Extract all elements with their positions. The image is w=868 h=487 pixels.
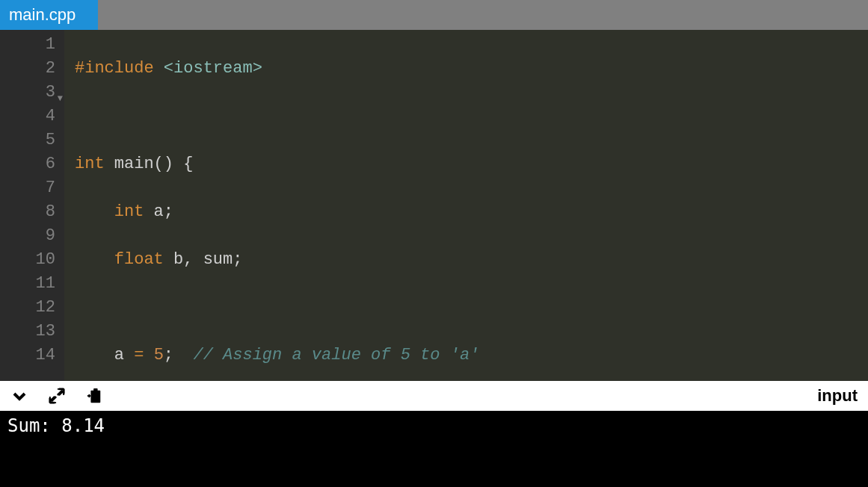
line-number: 5 xyxy=(15,128,55,152)
line-number: 3▼ xyxy=(15,81,55,105)
line-number: 14 xyxy=(15,344,55,367)
tab-filename: main.cpp xyxy=(9,5,76,25)
console-output: Sum: 8.14 xyxy=(0,411,868,487)
line-number: 10 xyxy=(15,248,55,272)
line-number: 7 xyxy=(15,176,55,200)
console-toolbar: input xyxy=(0,381,868,411)
code-content[interactable]: #include <iostream> int main() { int a; … xyxy=(64,30,868,381)
expand-icon[interactable] xyxy=(48,387,66,405)
line-number: 6 xyxy=(15,152,55,176)
code-editor[interactable]: 1 2 3▼ 4 5 6 7 8 9 10 11 12 13 14 #inclu… xyxy=(0,30,868,381)
line-number: 12 xyxy=(15,296,55,320)
line-number: 2 xyxy=(15,57,55,81)
line-number: 11 xyxy=(15,272,55,296)
svg-rect-1 xyxy=(93,388,97,392)
line-number: 4 xyxy=(15,105,55,128)
svg-rect-0 xyxy=(90,391,100,403)
input-label[interactable]: input xyxy=(817,386,858,406)
file-tab[interactable]: main.cpp xyxy=(0,0,98,30)
chevron-down-icon[interactable] xyxy=(10,387,28,405)
line-number: 9 xyxy=(15,224,55,248)
tab-bar: main.cpp xyxy=(0,0,868,30)
line-number: 8 xyxy=(15,200,55,224)
fold-marker-icon[interactable]: ▼ xyxy=(58,87,63,111)
line-number: 1 xyxy=(15,33,55,57)
line-number: 13 xyxy=(15,320,55,344)
line-gutter: 1 2 3▼ 4 5 6 7 8 9 10 11 12 13 14 xyxy=(0,30,64,381)
clipboard-icon[interactable] xyxy=(85,387,103,405)
console-text: Sum: 8.14 xyxy=(7,415,105,436)
